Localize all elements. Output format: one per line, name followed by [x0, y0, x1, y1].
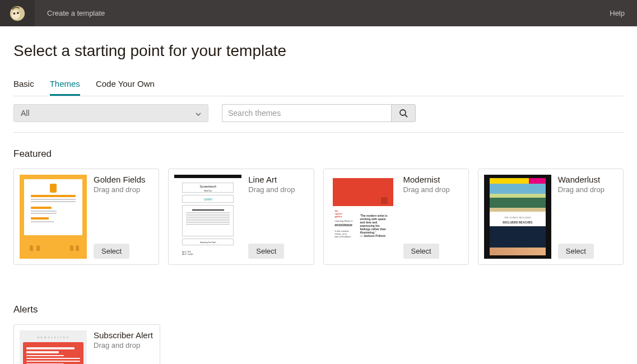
template-card-wanderlust: THE 10 BEST SECLUDEDSECLUDED BEACHES Wan… [478, 169, 624, 265]
main-content: Select a starting point for your templat… [0, 26, 637, 364]
select-button[interactable]: Select [403, 244, 439, 259]
template-title: Modernist [403, 175, 463, 184]
dropdown-selected: All [21, 109, 30, 118]
select-button[interactable]: Select [94, 244, 129, 259]
template-subtitle: Drag and drop [558, 185, 617, 194]
search-input[interactable] [222, 104, 391, 122]
alerts-row: N E W S L E T T E R Subscriber Alert Dra… [13, 324, 624, 364]
template-thumbnail[interactable]: SynæsthesiAWorld Tour UNMN Upcoming Tour… [174, 175, 241, 259]
template-title: Golden Fields [94, 175, 153, 184]
template-subtitle: Drag and drop [94, 341, 154, 349]
search-wrap [222, 104, 416, 122]
template-card-subscriber-alert: N E W S L E T T E R Subscriber Alert Dra… [13, 324, 160, 364]
svg-line-5 [405, 115, 407, 117]
topbar-left: Create a template [0, 0, 117, 26]
filters-row: All [13, 96, 624, 133]
help-link[interactable]: Help [597, 9, 637, 17]
mailchimp-logo-icon[interactable] [0, 0, 35, 26]
template-thumbnail[interactable]: THE 10 BEST SECLUDEDSECLUDED BEACHES [484, 175, 551, 259]
tab-basic[interactable]: Basic [13, 79, 34, 96]
template-thumbnail[interactable] [20, 175, 87, 259]
template-title: Wanderlust [558, 175, 617, 184]
featured-row: Golden Fields Drag and drop Select Synæs… [13, 169, 624, 265]
search-icon [399, 109, 408, 118]
select-button[interactable]: Select [248, 244, 284, 259]
svg-point-3 [17, 12, 19, 14]
template-card-line-art: SynæsthesiAWorld Tour UNMN Upcoming Tour… [168, 169, 314, 265]
search-button[interactable] [391, 104, 416, 122]
template-subtitle: Drag and drop [94, 185, 153, 194]
template-card-modernist: thesquaregallery Learning Series 4 MODER… [323, 169, 469, 265]
category-dropdown[interactable]: All [13, 104, 208, 122]
svg-point-1 [12, 10, 20, 19]
alerts-heading: Alerts [13, 304, 624, 315]
top-bar: Create a template Help [0, 0, 637, 26]
page-title: Select a starting point for your templat… [13, 42, 624, 60]
create-template-link[interactable]: Create a template [35, 9, 117, 17]
tab-themes[interactable]: Themes [50, 79, 80, 96]
tab-code-your-own[interactable]: Code Your Own [96, 79, 155, 96]
tabs: Basic Themes Code Your Own [13, 79, 624, 96]
svg-point-4 [400, 110, 406, 115]
template-subtitle: Drag and drop [248, 185, 308, 194]
template-title: Line Art [248, 175, 308, 184]
select-button[interactable]: Select [558, 244, 594, 259]
template-thumbnail[interactable]: thesquaregallery Learning Series 4 MODER… [329, 175, 397, 259]
template-subtitle: Drag and drop [403, 185, 463, 194]
featured-heading: Featured [13, 148, 624, 160]
chevron-down-icon [196, 109, 201, 118]
mailchimp-icon [9, 5, 26, 22]
template-card-golden-fields: Golden Fields Drag and drop Select [13, 169, 159, 265]
template-title: Subscriber Alert [94, 330, 154, 340]
svg-point-2 [13, 12, 16, 15]
template-thumbnail[interactable]: N E W S L E T T E R [20, 330, 87, 364]
